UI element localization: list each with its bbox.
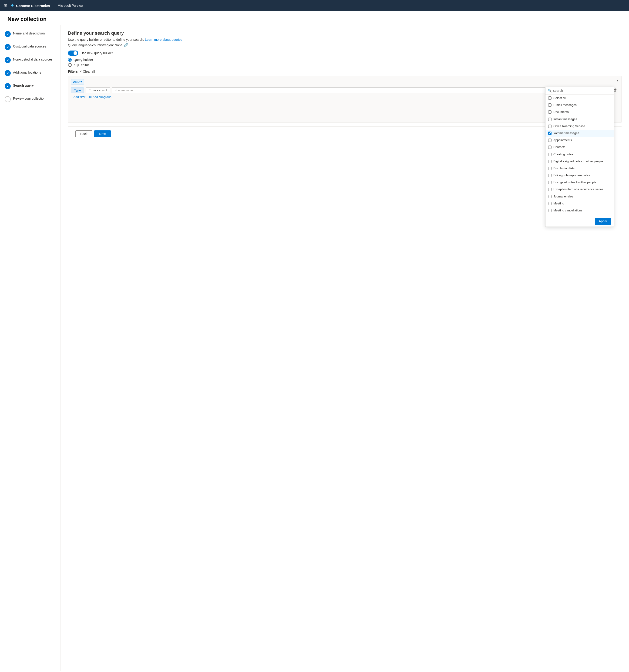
dropdown-item-digitally-signed[interactable]: Digitally signed notes to other people — [546, 158, 614, 165]
dropdown-label-contacts: Contacts — [553, 145, 565, 149]
chevron-down-icon: ▾ — [80, 80, 82, 83]
dropdown-item-meeting[interactable]: Meeting — [546, 200, 614, 207]
checkbox-instant[interactable] — [548, 118, 552, 121]
next-button[interactable]: Next — [94, 130, 111, 137]
checkbox-meeting-cancellations[interactable] — [548, 209, 552, 212]
checkbox-digitally-signed[interactable] — [548, 160, 552, 163]
checkbox-journal[interactable] — [548, 195, 552, 198]
dropdown-label-digitally-signed: Digitally signed notes to other people — [553, 159, 603, 164]
toggle-label: Use new query builder — [80, 51, 113, 55]
dropdown-label-documents: Documents — [553, 110, 569, 114]
connector-4 — [8, 76, 8, 83]
clear-all-label: Clear all — [83, 70, 95, 73]
type-chip-label: Type — [74, 89, 81, 92]
dropdown-item-editing-rule[interactable]: Editing rule reply templates — [546, 172, 614, 179]
dropdown-item-documents[interactable]: Documents — [546, 109, 614, 116]
checkbox-yammer[interactable] — [548, 131, 552, 135]
equals-chip-label: Equals any of — [89, 89, 107, 92]
checkbox-contacts[interactable] — [548, 146, 552, 149]
dropdown-label-email: E-mail messages — [553, 103, 577, 107]
step-icon-custodial: ✓ — [5, 44, 11, 50]
radio-label-kql: KQL editor — [74, 63, 89, 67]
checkbox-meeting[interactable] — [548, 202, 552, 205]
bottom-bar: Back Next — [68, 126, 622, 141]
checkbox-selectall[interactable] — [548, 96, 552, 100]
builder-actions: + Add filter ⊞ Add subgroup — [71, 95, 619, 99]
dropdown-item-encrypted[interactable]: Encrypted notes to other people — [546, 179, 614, 186]
dropdown-item-exception[interactable]: Exception item of a recurrence series — [546, 186, 614, 193]
dropdown-item-journal[interactable]: Journal entries — [546, 193, 614, 200]
dropdown-item-appointments[interactable]: Appointments — [546, 137, 614, 144]
dropdown-label-office-roaming: Office Roaming Service — [553, 124, 585, 128]
dropdown-item-meeting-requests[interactable]: Meeting requests — [546, 214, 614, 216]
step-label-additional: Additional locations — [13, 70, 41, 74]
dropdown-item-contacts[interactable]: Contacts — [546, 144, 614, 151]
step-noncustodial: ✓ Non-custodial data sources — [5, 56, 56, 63]
dropdown-item-office-roaming[interactable]: Office Roaming Service — [546, 123, 614, 130]
and-badge[interactable]: AND ▾ — [71, 79, 84, 85]
clear-all-button[interactable]: ✕ Clear all — [80, 70, 95, 73]
dropdown-search-input[interactable] — [553, 89, 611, 92]
apply-button[interactable]: Apply — [595, 218, 611, 225]
dropdown-item-creating-notes[interactable]: Creating notes — [546, 151, 614, 158]
radio-icon-builder[interactable] — [68, 58, 72, 62]
section-desc: Use the query builder or editor to defin… — [68, 38, 622, 42]
connector-3 — [8, 63, 8, 70]
dropdown-item-email[interactable]: E-mail messages — [546, 101, 614, 109]
x-icon: ✕ — [80, 70, 82, 73]
step-label-custodial: Custodial data sources — [13, 44, 46, 48]
checkbox-creating-notes[interactable] — [548, 153, 552, 156]
type-chip[interactable]: Type — [71, 87, 84, 93]
dropdown-label-instant: Instant messages — [553, 117, 577, 121]
learn-more-link[interactable]: Learn more about queries — [145, 38, 182, 42]
checkbox-documents[interactable] — [548, 111, 552, 114]
checkbox-appointments[interactable] — [548, 139, 552, 142]
add-subgroup-label: Add subgroup — [93, 95, 111, 99]
checkbox-exception[interactable] — [548, 188, 552, 191]
checkbox-encrypted[interactable] — [548, 181, 552, 184]
step-custodial: ✓ Custodial data sources — [5, 44, 56, 50]
add-filter-button[interactable]: + Add filter — [71, 95, 85, 99]
dropdown-label-encrypted: Encrypted notes to other people — [553, 180, 596, 185]
checkbox-office-roaming[interactable] — [548, 125, 552, 128]
connector-2 — [8, 50, 8, 56]
grid-icon[interactable]: ⊞ — [4, 3, 7, 8]
checkbox-distribution[interactable] — [548, 167, 552, 170]
dropdown-list[interactable]: Select all E-mail messages Documents Ins… — [546, 95, 614, 216]
collapse-icon[interactable]: ∧ — [616, 79, 619, 83]
dropdown-item-selectall[interactable]: Select all — [546, 95, 614, 101]
page-header: New collection — [0, 11, 629, 25]
value-chip[interactable]: choose value — [112, 87, 603, 93]
dropdown-item-distribution[interactable]: Distribution lists — [546, 165, 614, 172]
product-name: Microsoft Purview — [58, 4, 83, 7]
logo-icon: ✦ — [10, 3, 14, 8]
topbar: ⊞ ✦ Contoso Electronics Microsoft Purvie… — [0, 0, 629, 11]
add-subgroup-button[interactable]: ⊞ Add subgroup — [89, 95, 111, 99]
step-label-review: Review your collection — [13, 96, 45, 100]
checkbox-email[interactable] — [548, 103, 552, 106]
dropdown-item-meeting-cancellations[interactable]: Meeting cancellations — [546, 207, 614, 214]
toggle-switch[interactable] — [68, 50, 78, 56]
step-label-name: Name and description — [13, 30, 45, 35]
step-search: ● Search query — [5, 83, 56, 89]
dropdown-item-yammer[interactable]: Yammer messages — [546, 130, 614, 137]
dropdown-label-creating-notes: Creating notes — [553, 152, 573, 157]
checkbox-editing-rule[interactable] — [548, 174, 552, 177]
query-builder: AND ▾ ∧ Type Equals any of choose value … — [68, 76, 622, 123]
step-name-desc: ✓ Name and description — [5, 30, 56, 37]
dropdown-label-journal: Journal entries — [553, 194, 573, 199]
equals-chip[interactable]: Equals any of — [86, 87, 110, 93]
radio-kql-editor[interactable]: KQL editor — [68, 63, 622, 67]
dropdown-item-instant[interactable]: Instant messages — [546, 116, 614, 123]
step-icon-name: ✓ — [5, 31, 11, 37]
filters-label: Filters — [68, 70, 78, 73]
radio-query-builder[interactable]: Query builder — [68, 58, 622, 62]
radio-label-builder: Query builder — [74, 58, 93, 62]
back-button[interactable]: Back — [75, 130, 92, 137]
radio-icon-kql[interactable] — [68, 63, 72, 67]
step-icon-search: ● — [5, 83, 11, 89]
filter-row: Type Equals any of choose value ✕ 🗑 — [71, 87, 619, 93]
add-subgroup-icon: ⊞ — [89, 95, 92, 99]
step-icon-additional: ✓ — [5, 70, 11, 76]
nav-icon[interactable]: 🔗 — [124, 43, 128, 47]
